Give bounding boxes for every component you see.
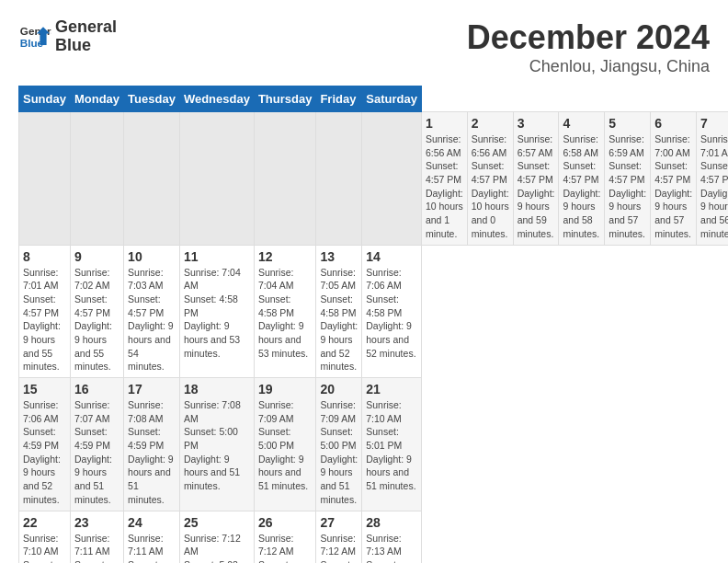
day-number: 18 (184, 382, 250, 396)
day-number: 28 (366, 515, 417, 530)
day-number: 20 (320, 382, 358, 396)
calendar-week-3: 15Sunrise: 7:06 AMSunset: 4:59 PMDayligh… (19, 378, 729, 511)
day-info: Sunrise: 7:05 AMSunset: 4:58 PMDaylight:… (320, 266, 358, 374)
day-info: Sunrise: 7:08 AMSunset: 4:59 PMDaylight:… (128, 398, 176, 507)
calendar-body: 1Sunrise: 6:56 AMSunset: 4:57 PMDaylight… (19, 112, 729, 564)
day-number: 6 (654, 116, 692, 131)
day-info: Sunrise: 7:10 AMSunset: 5:01 PMDaylight:… (23, 532, 66, 564)
logo: General Blue General Blue (18, 18, 117, 55)
day-number: 5 (609, 116, 646, 131)
header-monday: Monday (70, 86, 123, 112)
calendar-cell: 24Sunrise: 7:11 AMSunset: 5:03 PMDayligh… (124, 511, 180, 563)
day-number: 24 (128, 515, 176, 530)
calendar-cell: 12Sunrise: 7:04 AMSunset: 4:58 PMDayligh… (254, 245, 316, 378)
day-info: Sunrise: 7:00 AMSunset: 4:57 PMDaylight:… (654, 132, 692, 241)
day-number: 22 (23, 515, 66, 530)
day-info: Sunrise: 7:01 AMSunset: 4:57 PMDaylight:… (700, 132, 728, 241)
calendar-cell: 6Sunrise: 7:00 AMSunset: 4:57 PMDaylight… (651, 112, 697, 246)
calendar-cell (316, 112, 362, 246)
day-info: Sunrise: 6:56 AMSunset: 4:57 PMDaylight:… (472, 132, 509, 241)
calendar-cell: 9Sunrise: 7:02 AMSunset: 4:57 PMDaylight… (70, 245, 123, 378)
calendar-cell: 14Sunrise: 7:06 AMSunset: 4:58 PMDayligh… (362, 245, 422, 378)
calendar-cell: 15Sunrise: 7:06 AMSunset: 4:59 PMDayligh… (19, 378, 71, 511)
calendar-cell (179, 112, 254, 246)
logo-line1: General (55, 18, 117, 37)
day-info: Sunrise: 7:06 AMSunset: 4:59 PMDaylight:… (23, 398, 66, 507)
calendar-cell: 17Sunrise: 7:08 AMSunset: 4:59 PMDayligh… (124, 378, 180, 511)
day-number: 13 (320, 249, 358, 264)
calendar-week-2: 8Sunrise: 7:01 AMSunset: 4:57 PMDaylight… (19, 245, 729, 378)
day-info: Sunrise: 7:06 AMSunset: 4:58 PMDaylight:… (366, 266, 417, 361)
day-info: Sunrise: 7:11 AMSunset: 5:03 PMDaylight:… (128, 532, 176, 564)
header: General Blue General Blue December 2024 … (18, 18, 710, 76)
calendar-cell: 27Sunrise: 7:12 AMSunset: 5:04 PMDayligh… (316, 511, 362, 563)
day-info: Sunrise: 6:59 AMSunset: 4:57 PMDaylight:… (609, 132, 646, 241)
day-info: Sunrise: 7:12 AMSunset: 5:04 PMDaylight:… (258, 532, 313, 564)
calendar-cell: 20Sunrise: 7:09 AMSunset: 5:00 PMDayligh… (316, 378, 362, 511)
day-info: Sunrise: 7:09 AMSunset: 5:00 PMDaylight:… (258, 398, 313, 493)
day-number: 23 (74, 515, 119, 530)
calendar-table: SundayMondayTuesdayWednesdayThursdayFrid… (18, 86, 728, 563)
calendar-cell (254, 112, 316, 246)
main-title: December 2024 (467, 18, 710, 57)
header-sunday: Sunday (19, 86, 71, 112)
day-number: 12 (258, 249, 313, 264)
calendar-cell (19, 112, 71, 246)
day-info: Sunrise: 7:09 AMSunset: 5:00 PMDaylight:… (320, 398, 358, 507)
calendar-week-4: 22Sunrise: 7:10 AMSunset: 5:01 PMDayligh… (19, 511, 729, 563)
day-info: Sunrise: 7:02 AMSunset: 4:57 PMDaylight:… (74, 266, 119, 374)
subtitle: Chenlou, Jiangsu, China (467, 57, 710, 76)
logo-icon: General Blue (18, 20, 51, 53)
calendar-header: SundayMondayTuesdayWednesdayThursdayFrid… (19, 86, 729, 112)
header-thursday: Thursday (254, 86, 316, 112)
day-info: Sunrise: 7:04 AMSunset: 4:58 PMDaylight:… (184, 266, 250, 361)
header-friday: Friday (316, 86, 362, 112)
calendar-cell: 5Sunrise: 6:59 AMSunset: 4:57 PMDaylight… (605, 112, 651, 246)
day-info: Sunrise: 7:13 AMSunset: 5:05 PMDaylight:… (366, 532, 417, 564)
day-info: Sunrise: 7:11 AMSunset: 5:02 PMDaylight:… (74, 532, 119, 564)
calendar-cell (124, 112, 180, 246)
logo-line2: Blue (55, 37, 117, 55)
calendar-cell: 19Sunrise: 7:09 AMSunset: 5:00 PMDayligh… (254, 378, 316, 511)
day-info: Sunrise: 6:56 AMSunset: 4:57 PMDaylight:… (426, 132, 463, 241)
day-number: 14 (366, 249, 417, 264)
day-number: 16 (74, 382, 119, 396)
calendar-cell: 10Sunrise: 7:03 AMSunset: 4:57 PMDayligh… (124, 245, 180, 378)
calendar-cell: 25Sunrise: 7:12 AMSunset: 5:03 PMDayligh… (179, 511, 254, 563)
calendar-cell: 22Sunrise: 7:10 AMSunset: 5:01 PMDayligh… (19, 511, 71, 563)
day-info: Sunrise: 7:12 AMSunset: 5:03 PMDaylight:… (184, 532, 250, 564)
calendar-cell: 18Sunrise: 7:08 AMSunset: 5:00 PMDayligh… (179, 378, 254, 511)
day-number: 19 (258, 382, 313, 396)
calendar-cell: 21Sunrise: 7:10 AMSunset: 5:01 PMDayligh… (362, 378, 422, 511)
calendar-cell: 8Sunrise: 7:01 AMSunset: 4:57 PMDaylight… (19, 245, 71, 378)
day-info: Sunrise: 7:10 AMSunset: 5:01 PMDaylight:… (366, 398, 417, 493)
calendar-cell: 13Sunrise: 7:05 AMSunset: 4:58 PMDayligh… (316, 245, 362, 378)
day-info: Sunrise: 6:57 AMSunset: 4:57 PMDaylight:… (518, 132, 555, 241)
day-number: 25 (184, 515, 250, 530)
header-row: SundayMondayTuesdayWednesdayThursdayFrid… (19, 86, 729, 112)
calendar-cell: 16Sunrise: 7:07 AMSunset: 4:59 PMDayligh… (70, 378, 123, 511)
header-wednesday: Wednesday (179, 86, 254, 112)
title-area: December 2024 Chenlou, Jiangsu, China (467, 18, 710, 76)
calendar-cell: 4Sunrise: 6:58 AMSunset: 4:57 PMDaylight… (559, 112, 605, 246)
day-info: Sunrise: 7:07 AMSunset: 4:59 PMDaylight:… (74, 398, 119, 507)
day-info: Sunrise: 6:58 AMSunset: 4:57 PMDaylight:… (563, 132, 600, 241)
calendar-cell (70, 112, 123, 246)
day-number: 17 (128, 382, 176, 396)
day-number: 7 (700, 116, 728, 131)
day-number: 15 (23, 382, 66, 396)
day-number: 21 (366, 382, 417, 396)
calendar-cell: 1Sunrise: 6:56 AMSunset: 4:57 PMDaylight… (421, 112, 467, 246)
day-number: 11 (184, 249, 250, 264)
day-number: 2 (472, 116, 509, 131)
calendar-cell: 26Sunrise: 7:12 AMSunset: 5:04 PMDayligh… (254, 511, 316, 563)
calendar-week-1: 1Sunrise: 6:56 AMSunset: 4:57 PMDaylight… (19, 112, 729, 246)
day-info: Sunrise: 7:08 AMSunset: 5:00 PMDaylight:… (184, 398, 250, 493)
day-info: Sunrise: 7:12 AMSunset: 5:04 PMDaylight:… (320, 532, 358, 564)
day-number: 3 (518, 116, 555, 131)
calendar-cell: 3Sunrise: 6:57 AMSunset: 4:57 PMDaylight… (513, 112, 559, 246)
day-number: 27 (320, 515, 358, 530)
day-info: Sunrise: 7:04 AMSunset: 4:58 PMDaylight:… (258, 266, 313, 361)
day-number: 26 (258, 515, 313, 530)
calendar-cell: 7Sunrise: 7:01 AMSunset: 4:57 PMDaylight… (697, 112, 728, 246)
